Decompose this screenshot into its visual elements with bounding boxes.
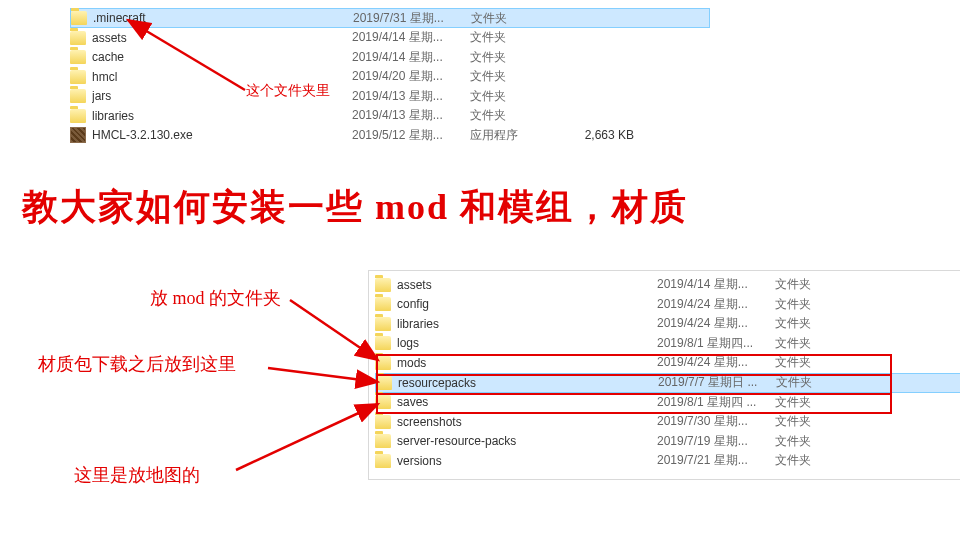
file-date: 2019/7/19 星期... [657, 433, 775, 450]
folder-icon [375, 454, 391, 468]
svg-line-3 [268, 368, 378, 382]
file-date: 2019/5/12 星期... [352, 127, 470, 144]
folder-icon [70, 109, 86, 123]
bottomList-row[interactable]: libraries2019/4/24 星期...文件夹 [375, 314, 960, 334]
file-name: logs [397, 336, 657, 350]
folder-icon [70, 70, 86, 84]
folder-icon [375, 356, 391, 370]
topList-row[interactable]: cache2019/4/14 星期...文件夹 [70, 48, 710, 68]
bottomList-row[interactable]: assets2019/4/14 星期...文件夹 [375, 275, 960, 295]
topList-row[interactable]: libraries2019/4/13 星期...文件夹 [70, 106, 710, 126]
file-name: mods [397, 356, 657, 370]
file-date: 2019/7/30 星期... [657, 413, 775, 430]
file-name: cache [92, 50, 352, 64]
bottomList-row[interactable]: mods2019/4/24 星期...文件夹 [375, 353, 960, 373]
file-name: config [397, 297, 657, 311]
file-type: 文件夹 [470, 68, 554, 85]
file-type: 文件夹 [775, 276, 859, 293]
bottomList-row[interactable]: config2019/4/24 星期...文件夹 [375, 295, 960, 315]
file-date: 2019/7/21 星期... [657, 452, 775, 469]
svg-line-2 [290, 300, 378, 360]
folder-icon [70, 50, 86, 64]
folder-icon [70, 31, 86, 45]
file-type: 文件夹 [775, 433, 859, 450]
annotation-this-folder: 这个文件夹里 [246, 82, 330, 100]
topList-row[interactable]: .minecraft2019/7/31 星期...文件夹 [70, 8, 710, 28]
folder-icon [375, 415, 391, 429]
folder-icon [375, 434, 391, 448]
file-date: 2019/4/20 星期... [352, 68, 470, 85]
bottomList-row[interactable]: screenshots2019/7/30 星期...文件夹 [375, 412, 960, 432]
file-name: screenshots [397, 415, 657, 429]
file-date: 2019/4/13 星期... [352, 88, 470, 105]
file-date: 2019/4/14 星期... [352, 49, 470, 66]
folder-icon [375, 297, 391, 311]
file-date: 2019/4/24 星期... [657, 315, 775, 332]
file-name: HMCL-3.2.130.exe [92, 128, 352, 142]
file-type: 文件夹 [775, 394, 859, 411]
file-type: 文件夹 [775, 413, 859, 430]
file-date: 2019/4/24 星期... [657, 354, 775, 371]
exe-icon [70, 127, 86, 143]
file-name: libraries [397, 317, 657, 331]
file-type: 文件夹 [470, 107, 554, 124]
file-type: 文件夹 [470, 29, 554, 46]
bottomList-row[interactable]: saves2019/8/1 星期四 ...文件夹 [375, 393, 960, 413]
annotation-mod-folder: 放 mod 的文件夹 [150, 286, 281, 310]
file-date: 2019/7/7 星期日 ... [658, 374, 776, 391]
folder-icon [375, 278, 391, 292]
file-date: 2019/8/1 星期四 ... [657, 394, 775, 411]
file-type: 文件夹 [470, 88, 554, 105]
file-date: 2019/8/1 星期四... [657, 335, 775, 352]
file-type: 文件夹 [471, 10, 555, 27]
topList-row[interactable]: jars2019/4/13 星期...文件夹 [70, 87, 710, 107]
file-name: libraries [92, 109, 352, 123]
folder-icon [375, 317, 391, 331]
annotation-maps-here: 这里是放地图的 [74, 463, 200, 487]
file-type: 文件夹 [775, 296, 859, 313]
file-type: 文件夹 [775, 315, 859, 332]
annotation-texture-pack: 材质包下载之后放到这里 [38, 352, 236, 376]
file-name: assets [397, 278, 657, 292]
bottomList-row[interactable]: logs2019/8/1 星期四...文件夹 [375, 334, 960, 354]
folder-icon [71, 11, 87, 25]
file-type: 文件夹 [775, 335, 859, 352]
file-date: 2019/7/31 星期... [353, 10, 471, 27]
file-type: 文件夹 [775, 354, 859, 371]
file-type: 文件夹 [775, 452, 859, 469]
file-name: assets [92, 31, 352, 45]
explorer-bottom: assets2019/4/14 星期...文件夹config2019/4/24 … [368, 270, 960, 480]
folder-icon [375, 336, 391, 350]
file-name: resourcepacks [398, 376, 658, 390]
topList-row[interactable]: hmcl2019/4/20 星期...文件夹 [70, 67, 710, 87]
file-date: 2019/4/24 星期... [657, 296, 775, 313]
folder-icon [70, 89, 86, 103]
topList-row[interactable]: assets2019/4/14 星期...文件夹 [70, 28, 710, 48]
file-type: 文件夹 [776, 374, 860, 391]
folder-icon [375, 395, 391, 409]
file-name: versions [397, 454, 657, 468]
annotation-title: 教大家如何安装一些 mod 和模组，材质 [22, 183, 688, 232]
file-type: 应用程序 [470, 127, 554, 144]
file-size: 2,663 KB [554, 128, 634, 142]
file-name: saves [397, 395, 657, 409]
file-date: 2019/4/14 星期... [352, 29, 470, 46]
file-name: server-resource-packs [397, 434, 657, 448]
file-date: 2019/4/13 星期... [352, 107, 470, 124]
file-date: 2019/4/14 星期... [657, 276, 775, 293]
svg-line-4 [236, 404, 378, 470]
explorer-top: .minecraft2019/7/31 星期...文件夹assets2019/4… [70, 8, 710, 145]
file-type: 文件夹 [470, 49, 554, 66]
folder-icon [376, 376, 392, 390]
bottomList-row[interactable]: resourcepacks2019/7/7 星期日 ...文件夹 [375, 373, 960, 393]
bottomList-row[interactable]: server-resource-packs2019/7/19 星期...文件夹 [375, 432, 960, 452]
file-name: .minecraft [93, 11, 353, 25]
topList-row[interactable]: HMCL-3.2.130.exe2019/5/12 星期...应用程序2,663… [70, 126, 710, 146]
bottomList-row[interactable]: versions2019/7/21 星期...文件夹 [375, 451, 960, 471]
